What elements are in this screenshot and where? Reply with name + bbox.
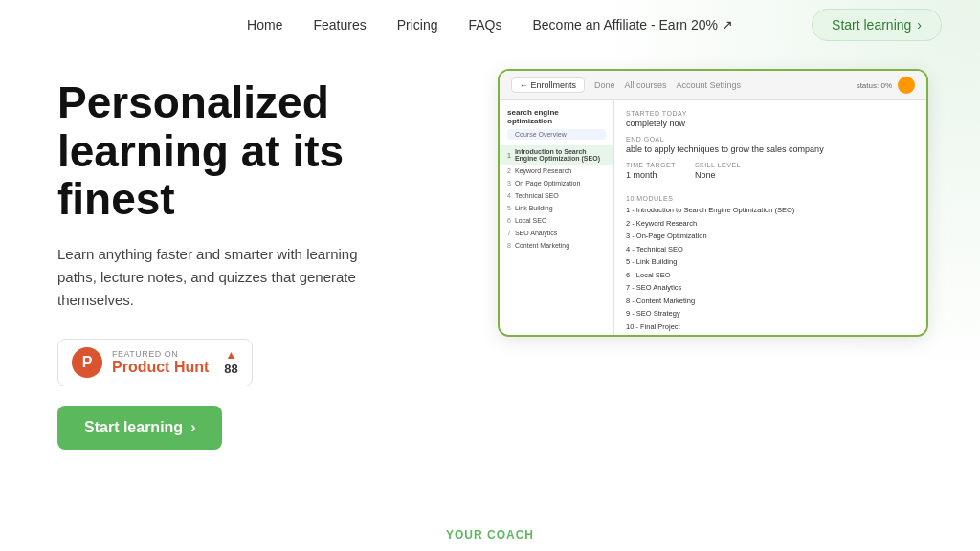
hero-left: Personalized learning at its finest Lear… [57,69,459,450]
ph-name-label: Product Hunt [112,359,209,376]
app-tab-all-courses[interactable]: All courses [625,80,667,90]
app-sidebar-item-6[interactable]: 6 Local SEO [500,214,613,227]
ph-vote-count: 88 [224,362,237,376]
app-inner: ← Enrollments Done All courses Account S… [500,71,926,335]
app-level-section: SKILL LEVEL None [695,162,741,187]
app-goal-label: END GOAL [626,136,915,143]
app-goal-section: END GOAL able to apply techniques to gro… [626,136,915,154]
nav-cta-label: Start learning [832,17,911,33]
module-8: 8 - Content Marketing [626,295,915,308]
app-tabs: ← Enrollments Done All courses Account S… [511,77,741,93]
hero-cta-button[interactable]: Start learning › [57,406,222,450]
app-sidebar-title: search engine optimization [500,108,613,129]
app-modules-section: 10 MODULES 1 - Introduction to Search En… [626,195,915,333]
hero-right: ← Enrollments Done All courses Account S… [498,69,928,337]
ph-arrow-icon: ▲ [226,348,237,362]
app-user-avatar [898,77,915,94]
app-modules-label: 10 MODULES [626,195,915,202]
app-status-pill: status: 0% [857,81,892,90]
hero-cta-label: Start learning [84,419,183,436]
product-hunt-badge[interactable]: P FEATURED ON Product Hunt ▲ 88 [57,339,253,386]
hero-cta-arrow: › [190,419,195,436]
hero-subtitle: Learn anything faster and smarter with l… [57,243,383,312]
nav-affiliate[interactable]: Become an Affiliate - Earn 20% ↗ [533,17,733,33]
module-5: 5 - Link Building [626,255,915,269]
navbar: Home Features Pricing FAQs Become an Aff… [0,0,980,50]
app-tab-done[interactable]: Done [594,80,615,90]
ph-featured-label: FEATURED ON [112,349,209,359]
app-timeline-section: TIME TARGET 1 month [626,162,676,187]
product-hunt-text: FEATURED ON Product Hunt [112,349,209,376]
product-hunt-icon: P [72,347,102,378]
module-4: 4 - Technical SEO [626,243,915,256]
nav-cta-arrow: › [917,17,922,33]
app-sidebar-item-2[interactable]: 2 Keyword Research [500,165,613,177]
ph-votes: ▲ 88 [224,348,237,376]
app-sidebar: search engine optimization Course Overvi… [500,100,614,335]
app-tab-account[interactable]: Account Settings [677,80,742,90]
app-started-label: STARTED TODAY [626,110,915,117]
your-coach-label: YOUR COACH [446,528,534,541]
module-10: 10 - Final Project [626,320,915,334]
app-sidebar-item-1[interactable]: 1 Introduction to Search Engine Optimiza… [500,145,613,165]
app-modules-list: 1 - Introduction to Search Engine Optimi… [626,204,915,333]
module-9: 9 - SEO Strategy [626,307,915,320]
nav-faqs[interactable]: FAQs [468,17,501,33]
app-screenshot: ← Enrollments Done All courses Account S… [498,69,928,337]
app-sidebar-overview[interactable]: Course Overview [507,129,606,140]
app-main-content: STARTED TODAY completely now END GOAL ab… [614,100,926,335]
module-3: 3 - On-Page Optimization [626,230,915,243]
module-1: 1 - Introduction to Search Engine Optimi… [626,204,915,217]
app-started-value: completely now [626,119,915,128]
app-sidebar-item-3[interactable]: 3 On Page Optimization [500,177,613,189]
app-top-right: status: 0% [857,77,915,94]
app-level-label: SKILL LEVEL [695,162,741,168]
app-started-section: STARTED TODAY completely now [626,110,915,128]
app-goal-value: able to apply techniques to grow the sal… [626,144,915,154]
app-tab-enrollments[interactable]: ← Enrollments [511,77,585,93]
hero-title: Personalized learning at its finest [57,78,459,224]
nav-features[interactable]: Features [313,17,366,33]
app-level-value: None [695,170,741,180]
app-sidebar-item-8[interactable]: 8 Content Marketing [500,239,613,252]
nav-cta-button[interactable]: Start learning › [812,9,942,41]
app-sidebar-item-5[interactable]: 5 Link Building [500,202,613,214]
module-6: 6 - Local SEO [626,269,915,282]
hero-section: Personalized learning at its finest Lear… [0,50,980,450]
module-7: 7 - SEO Analytics [626,281,915,295]
nav-home[interactable]: Home [247,17,282,33]
app-timeline-value: 1 month [626,170,676,180]
app-sidebar-item-7[interactable]: 7 SEO Analytics [500,227,613,239]
nav-links: Home Features Pricing FAQs Become an Aff… [247,17,733,33]
module-2: 2 - Keyword Research [626,217,915,231]
app-sidebar-item-4[interactable]: 4 Technical SEO [500,189,613,202]
app-body: search engine optimization Course Overvi… [500,100,926,335]
app-top-bar: ← Enrollments Done All courses Account S… [500,71,926,100]
app-meta-row: TIME TARGET 1 month SKILL LEVEL None [626,162,915,195]
app-timeline-label: TIME TARGET [626,162,676,168]
nav-pricing[interactable]: Pricing [397,17,438,33]
